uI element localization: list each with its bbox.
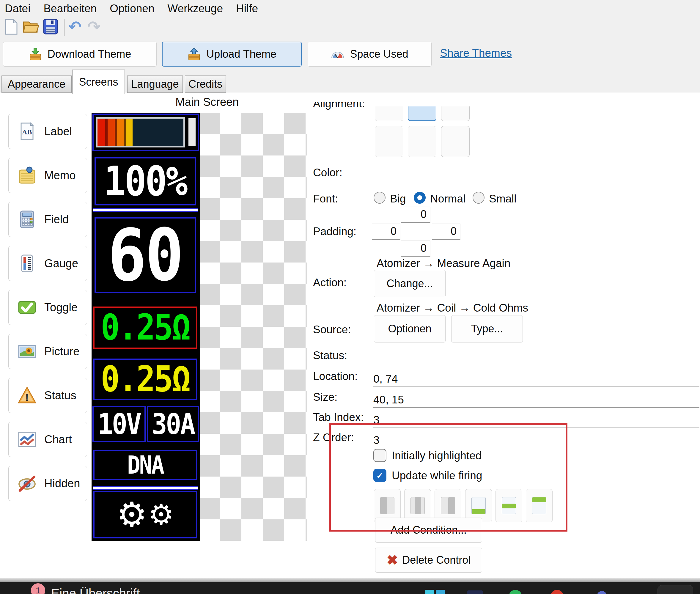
battery-percent-control[interactable]: 100%: [95, 157, 196, 205]
palette-item-text: Picture: [44, 345, 79, 358]
dock-right-icon: [441, 497, 455, 514]
taskbar-notification-text: Eine Überschrift: [51, 586, 140, 594]
download-theme-button[interactable]: Download Theme: [3, 42, 157, 67]
dock-left-icon: [380, 497, 394, 514]
font-small-radio[interactable]: [473, 192, 485, 204]
location-input[interactable]: 0, 74: [373, 370, 699, 387]
taskbar-app-icon[interactable]: [436, 590, 445, 594]
action-label: Action:: [313, 276, 346, 289]
palette-item-text: Gauge: [44, 257, 78, 270]
color-label: Color:: [313, 166, 342, 179]
padding-top-input[interactable]: 0: [401, 207, 430, 223]
font-normal-label: Normal: [430, 193, 465, 205]
palette-item-hidden[interactable]: Hidden: [8, 466, 87, 501]
palette-item-field[interactable]: Field: [8, 202, 87, 237]
padding-left-input[interactable]: 0: [372, 224, 400, 240]
amps-control[interactable]: 30A: [147, 406, 199, 442]
undo-icon[interactable]: ↶: [67, 19, 83, 35]
menu-item-hilfe[interactable]: Hilfe: [236, 2, 258, 15]
space-used-button[interactable]: Space Used: [308, 42, 432, 67]
cold-resistance-control[interactable]: 0.25Ω: [93, 359, 197, 400]
palette-item-picture[interactable]: Picture: [8, 334, 87, 369]
battery-fill: [96, 117, 185, 147]
alignment-top-center-button[interactable]: [408, 106, 436, 121]
taskbar-tray-button[interactable]: [658, 585, 693, 594]
new-document-icon[interactable]: [4, 19, 19, 35]
chart-icon: [18, 430, 37, 449]
alignment-top-right-button[interactable]: [441, 106, 470, 121]
delete-x-icon: ✖: [387, 552, 398, 568]
source-label: Source:: [313, 324, 351, 336]
status-label: Status:: [313, 349, 347, 362]
initially-highlighted-checkbox[interactable]: [373, 449, 387, 462]
open-folder-icon[interactable]: [22, 19, 40, 35]
settings-gears-icon: ⚙: [148, 500, 174, 529]
menu-item-werkzeuge[interactable]: Werkzeuge: [168, 2, 223, 15]
redo-icon[interactable]: ↷: [86, 19, 102, 35]
download-icon: [29, 47, 42, 61]
font-big-radio[interactable]: [374, 192, 386, 204]
delete-control-button[interactable]: ✖ Delete Control: [375, 548, 482, 572]
battery-bar-control[interactable]: [93, 113, 199, 151]
status-input[interactable]: [373, 350, 699, 366]
source-options-button[interactable]: Optionen: [374, 315, 445, 342]
alignment-middle-right-button[interactable]: [441, 126, 470, 157]
memo-icon: [18, 166, 37, 185]
menubar: Datei Bearbeiten Optionen Werkzeuge Hilf…: [0, 0, 700, 17]
dock-middle-horizontal-button[interactable]: [496, 489, 522, 522]
dock-top-button[interactable]: [526, 489, 553, 522]
alignment-middle-center-button[interactable]: [408, 126, 436, 157]
palette-item-label[interactable]: AB Label: [8, 114, 87, 149]
volts-control[interactable]: 10V: [93, 406, 146, 442]
initially-highlighted-label: Initially highlighted: [392, 450, 481, 462]
dock-bottom-icon: [471, 497, 486, 514]
padding-bottom-input[interactable]: 0: [401, 240, 430, 257]
font-normal-radio[interactable]: [414, 192, 426, 204]
settings-gears-control[interactable]: ⚙ ⚙: [93, 491, 197, 538]
settings-gears-icon: ⚙: [116, 498, 147, 532]
alignment-middle-left-button[interactable]: [375, 126, 403, 157]
palette-item-toggle[interactable]: Toggle: [8, 290, 87, 325]
toggle-icon: [18, 298, 37, 317]
z-order-input[interactable]: 3: [373, 432, 699, 448]
upload-theme-label: Upload Theme: [206, 48, 276, 60]
menu-item-optionen[interactable]: Optionen: [110, 2, 154, 15]
tab-credits[interactable]: Credits: [185, 75, 226, 93]
size-label: Size:: [313, 391, 337, 403]
delete-control-label: Delete Control: [402, 554, 470, 566]
tab-appearance[interactable]: Appearance: [1, 75, 72, 93]
live-resistance-control-selected[interactable]: 0.25Ω: [93, 306, 197, 349]
z-order-label: Z Order:: [313, 431, 354, 444]
save-icon[interactable]: [42, 19, 59, 35]
share-themes-link[interactable]: Share Themes: [440, 47, 512, 60]
separator-line: [93, 486, 198, 490]
tab-screens[interactable]: Screens: [72, 70, 125, 94]
change-action-button[interactable]: Change...: [374, 270, 445, 297]
taskbar-app-icon[interactable]: [425, 590, 434, 594]
palette-item-gauge[interactable]: Gauge: [8, 246, 87, 281]
menu-item-datei[interactable]: Datei: [5, 2, 30, 15]
upload-theme-button[interactable]: Upload Theme: [162, 42, 302, 67]
label-icon: AB: [18, 122, 37, 141]
tab-language[interactable]: Language: [127, 75, 183, 93]
font-big-label: Big: [390, 193, 406, 205]
update-while-firing-checkbox[interactable]: ✓: [373, 469, 387, 482]
power-value-control[interactable]: 60: [95, 217, 196, 293]
source-type-button[interactable]: Type...: [451, 315, 523, 342]
window-bottom-edge: [0, 578, 700, 582]
alignment-top-left-button[interactable]: [375, 106, 403, 121]
preview-title: Main Screen: [175, 96, 239, 108]
status-icon: !: [18, 386, 37, 405]
device-screen-preview[interactable]: 100% 60 0.25Ω 0.25Ω 10V 30A DNA ⚙ ⚙: [92, 113, 200, 541]
brand-label-control[interactable]: DNA: [93, 450, 197, 480]
padding-right-input[interactable]: 0: [432, 224, 460, 240]
menu-item-bearbeiten[interactable]: Bearbeiten: [43, 2, 97, 15]
size-input[interactable]: 40, 15: [373, 391, 699, 408]
palette-item-text: Chart: [44, 433, 72, 446]
palette-item-status[interactable]: ! Status: [8, 378, 87, 413]
palette-item-memo[interactable]: Memo: [8, 158, 87, 193]
add-condition-button[interactable]: Add Condition...: [375, 518, 482, 542]
taskbar-app-icon[interactable]: [467, 590, 483, 594]
tab-index-input[interactable]: 3: [373, 411, 699, 428]
palette-item-chart[interactable]: Chart: [8, 422, 87, 457]
